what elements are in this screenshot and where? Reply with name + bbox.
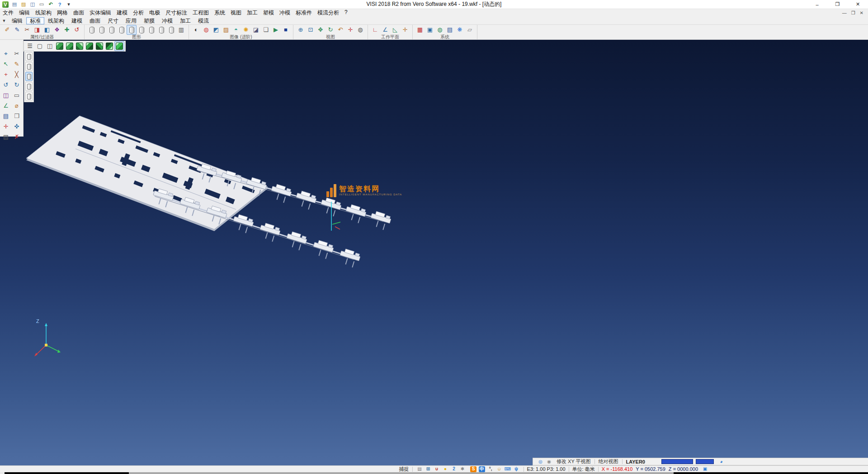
viewbar-menu-icon[interactable]: ☰	[25, 41, 35, 51]
shadow-icon[interactable]: ◪	[251, 25, 261, 35]
rotate-view-icon[interactable]: ↻	[326, 25, 335, 35]
snap-toggle[interactable]: 捕捉	[399, 466, 409, 473]
menu-item[interactable]: 系统	[212, 9, 228, 17]
layer-color-bar-1[interactable]	[661, 459, 693, 464]
status-help-icon[interactable]: 2	[450, 466, 458, 472]
shading-mode-4-icon[interactable]	[117, 25, 127, 35]
view-top-cube-icon[interactable]	[55, 41, 65, 51]
layer-list-icon[interactable]: ▤	[1, 111, 11, 121]
view-plane-icon[interactable]: ▢	[35, 41, 45, 51]
sketch-icon[interactable]: ✎	[12, 59, 22, 69]
help-quick-icon[interactable]: ?	[56, 1, 64, 8]
workspace-icon[interactable]: ▱	[465, 25, 475, 35]
erase-all-icon[interactable]: ✗	[12, 132, 22, 142]
materials-icon[interactable]: ◩	[211, 25, 221, 35]
align-icon[interactable]: ✛	[1, 122, 11, 132]
shading-mode-5-icon[interactable]	[127, 25, 137, 35]
menu-item[interactable]: 网格	[54, 9, 71, 17]
shading-mode-3-icon[interactable]	[107, 25, 117, 35]
group-icon[interactable]: ❒	[12, 111, 22, 121]
menu-item[interactable]: 实体编辑	[87, 9, 114, 17]
world-icon[interactable]: ◍	[435, 25, 445, 35]
filter-element-icon[interactable]: ◨	[32, 25, 42, 35]
environment-icon[interactable]: ◓	[231, 25, 241, 35]
workplane-entity-icon[interactable]: ∠	[380, 25, 390, 35]
stretch-icon[interactable]: ▭	[12, 90, 22, 100]
menu-item[interactable]: 冲模	[277, 9, 293, 17]
filter-reset-icon[interactable]: ↺	[72, 25, 82, 35]
screen-settings-icon[interactable]: ▣	[425, 25, 435, 35]
restore-button[interactable]: ❐	[827, 0, 848, 9]
tab-surface[interactable]: 曲面	[86, 17, 104, 24]
pan-icon[interactable]: ✥	[316, 25, 326, 35]
menu-item[interactable]: 建模	[114, 9, 130, 17]
redraw-icon[interactable]: ✛	[345, 25, 355, 35]
minimize-button[interactable]: –	[807, 0, 827, 9]
mirror-icon[interactable]: ◫	[1, 90, 11, 100]
tab-edit[interactable]: 编辑	[8, 17, 26, 24]
delete-icon[interactable]: ╳	[12, 70, 22, 80]
render-mode-icon[interactable]: ◕	[717, 459, 725, 465]
texture-icon[interactable]: ▨	[221, 25, 231, 35]
tab-wireframe[interactable]: 线架构	[44, 17, 68, 24]
menu-item[interactable]: 工程图	[190, 9, 212, 17]
lighting-icon[interactable]: ✺	[241, 25, 251, 35]
view-refresh-icon[interactable]: ◉	[545, 459, 553, 465]
menu-item[interactable]: 编辑	[16, 9, 33, 17]
open-file-icon[interactable]: ▨	[19, 1, 28, 8]
status-grid-icon[interactable]: ⊞	[425, 466, 432, 472]
workplane-reset-icon[interactable]: ✛	[400, 25, 410, 35]
view-side-cube-icon[interactable]	[75, 41, 85, 51]
display-style-4-icon[interactable]	[25, 82, 33, 91]
menu-item[interactable]: 文件	[0, 9, 16, 17]
workplane-standard-icon[interactable]: ∟	[370, 25, 380, 35]
redo-arc-icon[interactable]: ↻	[12, 80, 22, 90]
undo-icon[interactable]: ↶	[47, 1, 55, 8]
move-icon[interactable]: ↖	[1, 59, 11, 69]
attribute-delete-icon[interactable]: ✂	[22, 25, 32, 35]
quickbar-dropdown-icon[interactable]: ▾	[65, 1, 73, 8]
status-bulb-icon[interactable]: ●	[442, 466, 449, 472]
center-icon[interactable]: ✜	[12, 122, 22, 132]
angle-icon[interactable]: ∠	[1, 101, 11, 111]
mdi-close-button[interactable]: ✕	[860, 10, 863, 15]
filter-layer-icon[interactable]: ❖	[52, 25, 62, 35]
visi-logo-icon[interactable]: V	[1, 1, 9, 8]
menu-item[interactable]: 曲面	[71, 9, 87, 17]
attribute-edit-icon[interactable]: ✐	[2, 25, 12, 35]
ime-punctuation-icon[interactable]: °,	[487, 466, 495, 472]
layer-color-bar-2[interactable]	[696, 459, 714, 464]
workplane-status[interactable]: 修改 XY 平视图	[557, 458, 591, 465]
ime-keyboard-icon[interactable]: ⌨	[504, 466, 512, 472]
taskbar-strip[interactable]	[129, 472, 674, 474]
tab-machining[interactable]: 加工	[176, 17, 194, 24]
hatch-icon[interactable]: ▧	[1, 132, 11, 142]
shading-mode-8-icon[interactable]	[156, 25, 166, 35]
view-orientation-icon[interactable]: ◎	[537, 459, 544, 465]
color-table-icon[interactable]: ▦	[415, 25, 425, 35]
view-multi-icon[interactable]: ◫	[45, 41, 55, 51]
menu-item[interactable]: 线架构	[33, 9, 54, 17]
tab-dimension[interactable]: 尺寸	[104, 17, 122, 24]
tab-application[interactable]: 应用	[122, 17, 140, 24]
attribute-copy-icon[interactable]: ✎	[12, 25, 22, 35]
shading-mode-9-icon[interactable]	[166, 25, 176, 35]
tab-modeling[interactable]: 建模	[68, 17, 86, 24]
menu-item[interactable]: 塑模	[260, 9, 277, 17]
new-document-icon[interactable]: ▤	[10, 1, 19, 8]
iso-view-4-icon[interactable]	[114, 41, 124, 51]
snowflake-icon[interactable]: ❋	[455, 25, 465, 35]
tab-die[interactable]: 冲模	[158, 17, 176, 24]
iso-view-2-icon[interactable]	[94, 41, 104, 51]
stereo-glasses-icon[interactable]: ◐	[191, 25, 201, 35]
filter-color-icon[interactable]: ◧	[42, 25, 52, 35]
zoom-window-icon[interactable]: ⊡	[306, 25, 316, 35]
shading-mode-2-icon[interactable]	[97, 25, 107, 35]
tab-flow[interactable]: 模流	[194, 17, 212, 24]
tabbar-dropdown-icon[interactable]: ▼	[0, 19, 8, 23]
filter-add-icon[interactable]: ✚	[62, 25, 72, 35]
display-style-3-icon[interactable]	[25, 72, 33, 81]
iso-view-1-icon[interactable]	[85, 41, 94, 51]
sogou-input-icon[interactable]: S	[470, 466, 477, 472]
menu-item[interactable]: 分析	[130, 9, 146, 17]
